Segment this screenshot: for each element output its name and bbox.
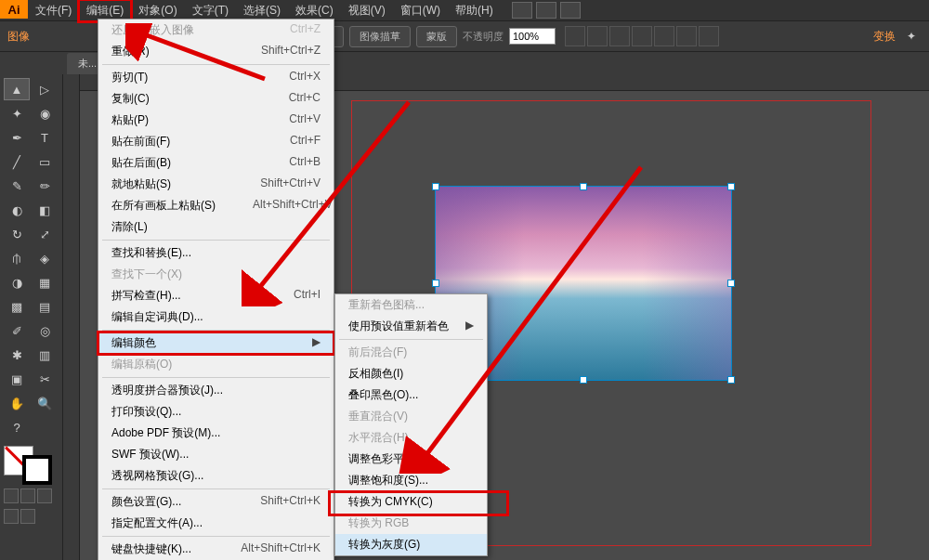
menu-item-shortcut: Ctrl+C (289, 91, 321, 107)
resize-handle[interactable] (727, 280, 735, 287)
align-icon[interactable] (654, 26, 674, 46)
mask-button[interactable]: 蒙版 (416, 26, 457, 47)
menu-item-label: 清除(L) (111, 219, 148, 235)
panel-icon[interactable]: ✦ (907, 30, 916, 43)
menu-item[interactable]: 调整色彩平衡(A)... (335, 449, 487, 470)
menu-item-label: 前后混合(F) (348, 345, 407, 360)
menubar-icon[interactable] (560, 2, 581, 19)
menu-item-shortcut: Shift+Ctrl+Z (261, 44, 321, 59)
resize-handle[interactable] (580, 376, 587, 384)
image-trace-button[interactable]: 图像描草 (349, 26, 411, 47)
paintbrush-tool[interactable]: ✎ (4, 175, 30, 197)
free-transform-tool[interactable]: ◈ (32, 247, 58, 269)
zoom-tool[interactable]: 🔍 (32, 392, 58, 414)
pen-tool[interactable]: ✒ (4, 126, 30, 149)
gradient-mode-icon[interactable] (20, 488, 35, 503)
menu-item-label: Adobe PDF 预设(M)... (111, 425, 220, 441)
selection-tool[interactable]: ▲ (4, 78, 30, 100)
menu-item-label: 反相颜色(I) (348, 366, 403, 382)
menu-item-label: 贴在后面(B) (111, 155, 171, 171)
menu-item[interactable]: 反相颜色(I) (335, 363, 487, 384)
line-tool[interactable]: ╱ (4, 150, 30, 173)
menu-item[interactable]: 叠印黑色(O)... (335, 384, 487, 406)
menu-item[interactable]: 文件(F) (28, 0, 79, 21)
menu-item[interactable]: 转换为灰度(G) (335, 534, 487, 555)
color-mode-icon[interactable] (4, 488, 19, 503)
magic-wand-tool[interactable]: ✦ (4, 102, 30, 124)
blob-brush-tool[interactable]: ◐ (4, 199, 30, 221)
column-graph-tool[interactable]: ▥ (32, 344, 58, 366)
menu-item[interactable]: SWF 预设(W)... (98, 444, 334, 465)
shape-builder-tool[interactable]: ◑ (4, 271, 30, 293)
blend-tool[interactable]: ◎ (32, 319, 58, 342)
align-icon[interactable] (699, 26, 719, 46)
align-icon[interactable] (609, 26, 630, 46)
symbol-sprayer-tool[interactable]: ✱ (4, 344, 30, 366)
rectangle-tool[interactable]: ▭ (32, 150, 58, 173)
align-icon[interactable] (632, 26, 652, 46)
menu-item[interactable]: 视图(V) (341, 0, 393, 21)
resize-handle[interactable] (432, 183, 439, 190)
menu-item[interactable]: 清除(L) (98, 216, 334, 238)
menu-item-label: 转换为灰度(G) (348, 537, 420, 553)
menu-item[interactable]: 贴在前面(F)Ctrl+F (98, 131, 334, 152)
menu-item[interactable]: 键盘快捷键(K)...Alt+Shift+Ctrl+K (98, 539, 334, 560)
artboard-tool[interactable]: ▣ (4, 368, 30, 390)
resize-handle[interactable] (580, 183, 587, 190)
menu-item[interactable]: 重做(R)Shift+Ctrl+Z (98, 41, 334, 62)
menu-item[interactable]: 帮助(H) (448, 0, 501, 21)
menu-item[interactable]: 透视网格预设(G)... (98, 465, 334, 487)
fill-stroke-chip[interactable] (4, 446, 56, 483)
none-mode-icon[interactable] (37, 488, 52, 503)
menu-item[interactable]: 颜色设置(G)...Shift+Ctrl+K (98, 491, 334, 513)
menu-item[interactable]: 复制(C)Ctrl+C (98, 88, 334, 110)
menu-item: 前后混合(F) (335, 342, 487, 363)
menu-item-shortcut: Ctrl+X (289, 70, 321, 85)
opacity-input[interactable] (509, 28, 556, 45)
align-icon[interactable] (676, 26, 697, 46)
resize-handle[interactable] (727, 183, 735, 190)
hand-tool[interactable]: ✋ (4, 392, 30, 414)
lasso-tool[interactable]: ◉ (32, 102, 58, 124)
mesh-tool[interactable]: ▩ (4, 295, 30, 318)
menu-item[interactable]: 剪切(T)Ctrl+X (98, 67, 334, 88)
menu-item[interactable]: 打印预设(Q)... (98, 401, 334, 423)
resize-handle[interactable] (432, 280, 439, 287)
menu-item[interactable]: 编辑颜色▶ (98, 332, 334, 354)
align-icon[interactable] (587, 26, 608, 46)
direct-selection-tool[interactable]: ▷ (32, 78, 58, 100)
menu-item[interactable]: 窗口(W) (393, 0, 448, 21)
edit-menu-dropdown: 还原(U)嵌入图像Ctrl+Z重做(R)Shift+Ctrl+Z剪切(T)Ctr… (98, 19, 334, 560)
menu-item[interactable]: 调整饱和度(S)... (335, 470, 487, 491)
menu-item[interactable]: 查找和替换(E)... (98, 242, 334, 264)
menubar-icon[interactable] (512, 2, 532, 19)
menu-item[interactable]: 粘贴(P)Ctrl+V (98, 110, 334, 131)
menu-item[interactable]: 贴在后面(B)Ctrl+B (98, 152, 334, 174)
menubar-icon[interactable] (536, 2, 556, 19)
menu-item[interactable]: 拼写检查(H)...Ctrl+I (98, 285, 334, 306)
transform-link[interactable]: 变换 (873, 29, 896, 45)
scale-tool[interactable]: ⤢ (32, 223, 58, 245)
menu-item[interactable]: 使用预设值重新着色▶ (335, 316, 487, 337)
align-icon[interactable] (565, 26, 585, 46)
menu-item[interactable]: 指定配置文件(A)... (98, 513, 334, 534)
gradient-tool[interactable]: ▤ (32, 295, 58, 318)
toolbox: ▲ ▷ ✦ ◉ ✒ T ╱ ▭ ✎ ✏ ◐ ◧ ↻ ⤢ ⫛ ◈ ◑ ▦ ▩ ▤ … (0, 74, 63, 560)
slice-tool[interactable]: ✂ (32, 368, 58, 390)
eyedropper-tool[interactable]: ✐ (4, 319, 30, 342)
screen-mode-icon[interactable] (20, 509, 35, 524)
screen-mode-icon[interactable] (4, 509, 19, 524)
menu-item[interactable]: Adobe PDF 预设(M)... (98, 423, 334, 444)
pencil-tool[interactable]: ✏ (32, 175, 58, 197)
resize-handle[interactable] (727, 376, 735, 384)
menu-item[interactable]: 在所有画板上粘贴(S)Alt+Shift+Ctrl+V (98, 195, 334, 216)
type-tool[interactable]: T (32, 126, 58, 149)
toggle-fill-stroke[interactable]: ? (4, 416, 30, 438)
menu-item[interactable]: 编辑自定词典(D)... (98, 306, 334, 328)
rotate-tool[interactable]: ↻ (4, 223, 30, 245)
perspective-grid-tool[interactable]: ▦ (32, 271, 58, 293)
eraser-tool[interactable]: ◧ (32, 199, 58, 221)
menu-item[interactable]: 透明度拼合器预设(J)... (98, 380, 334, 401)
width-tool[interactable]: ⫛ (4, 247, 30, 269)
menu-item[interactable]: 就地粘贴(S)Shift+Ctrl+V (98, 174, 334, 195)
